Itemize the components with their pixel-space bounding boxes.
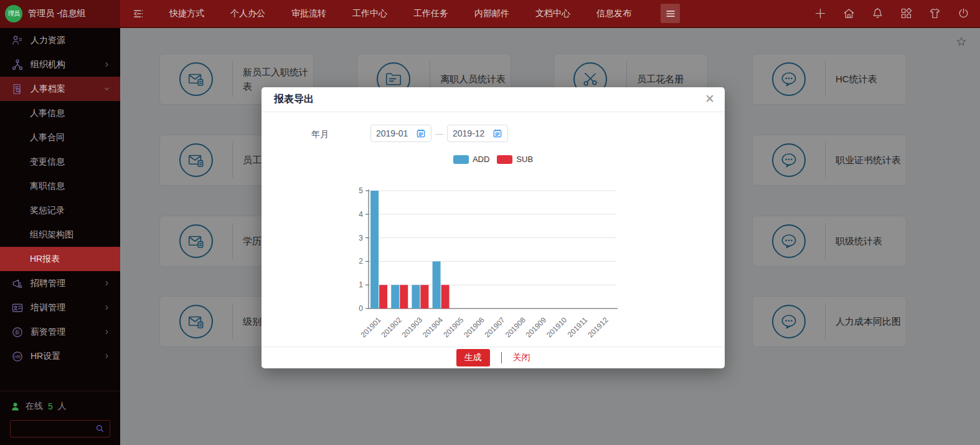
x-axis-label: 201909 xyxy=(524,315,548,339)
date-from-input[interactable]: 2019-01 xyxy=(370,125,431,142)
sidebar-item-人事档案[interactable]: 人事档案 xyxy=(0,77,120,101)
modal-close-icon[interactable]: ✕ xyxy=(705,93,715,105)
more-menu-button[interactable] xyxy=(661,4,680,23)
calendar-icon[interactable] xyxy=(416,128,426,138)
grid-icon xyxy=(900,7,913,20)
calendar-icon xyxy=(416,128,426,138)
org-icon xyxy=(11,59,24,71)
sidebar-item-label: 人力资源 xyxy=(31,35,110,46)
sidebar-item-label: 人事档案 xyxy=(31,84,103,95)
sidebar-item-组织机构[interactable]: 组织机构 xyxy=(0,52,120,77)
nav-item-内部邮件[interactable]: 内部邮件 xyxy=(461,0,522,27)
sidebar-item-label: 奖惩记录 xyxy=(30,205,110,216)
home-button[interactable] xyxy=(842,7,855,20)
nav-item-个人办公[interactable]: 个人办公 xyxy=(217,0,278,27)
plus-button[interactable] xyxy=(814,7,827,20)
chevron-right-icon xyxy=(103,280,110,287)
sidebar-item-label: 组织架构图 xyxy=(30,229,110,241)
generate-button[interactable]: 生成 xyxy=(456,349,490,366)
x-axis-label: 201905 xyxy=(441,315,465,339)
online-count: 5 xyxy=(48,401,53,411)
sidebar-item-label: 培训管理 xyxy=(31,302,103,313)
x-axis-label: 201912 xyxy=(586,315,610,339)
sidebar-bottom: 在线 5 人 xyxy=(0,391,120,445)
x-axis-label: 201904 xyxy=(421,315,445,339)
sidebar-item-label: 薪资管理 xyxy=(31,327,103,338)
nav-item-信息发布[interactable]: 信息发布 xyxy=(583,0,644,27)
power-icon xyxy=(957,7,970,20)
date-range-row: 2019-01 — 2019-12 xyxy=(370,125,508,142)
topbar-user-area[interactable]: 理员 管理员 -信息组 xyxy=(0,0,120,27)
svg-text:1: 1 xyxy=(359,280,363,289)
sidebar-item-label: HR报表 xyxy=(30,254,110,265)
x-axis-label: 201903 xyxy=(400,315,424,339)
calendar-icon[interactable] xyxy=(492,128,502,138)
sidebar-collapse-button[interactable] xyxy=(120,7,156,21)
nav-item-审批流转[interactable]: 审批流转 xyxy=(278,0,339,27)
power-button[interactable] xyxy=(957,7,970,20)
sidebar-item-培训管理[interactable]: 培训管理 xyxy=(0,295,120,320)
modal-footer: 生成 关闭 xyxy=(261,347,725,368)
svg-text:HR: HR xyxy=(14,354,21,359)
online-user-icon xyxy=(10,401,21,412)
sidebar-item-人力资源[interactable]: 人力资源 xyxy=(0,28,120,52)
nav-item-文档中心[interactable]: 文档中心 xyxy=(522,0,583,27)
x-axis-label: 201911 xyxy=(566,315,590,339)
chevron-right-icon xyxy=(103,304,110,311)
sidebar-item-label: 离职信息 xyxy=(30,181,110,192)
salary-icon: 薪 xyxy=(11,326,24,338)
person-icon xyxy=(11,34,24,47)
sidebar-item-奖惩记录[interactable]: 奖惩记录 xyxy=(0,198,120,222)
close-button[interactable]: 关闭 xyxy=(513,352,530,363)
avatar[interactable]: 理员 xyxy=(5,5,22,22)
footer-divider xyxy=(501,352,502,363)
sidebar-item-招聘管理[interactable]: 招聘管理 xyxy=(0,271,120,295)
bell-button[interactable] xyxy=(871,7,884,20)
search-icon[interactable] xyxy=(95,423,105,434)
bell-icon xyxy=(871,7,884,20)
svg-text:0: 0 xyxy=(359,304,363,313)
chart-legend: ADDSUB xyxy=(261,155,725,164)
x-axis-label: 201906 xyxy=(462,315,486,339)
month-range-label: 年月 xyxy=(311,129,329,140)
online-label: 在线 xyxy=(26,401,43,412)
grid-button[interactable] xyxy=(900,7,913,20)
sidebar-item-HR设置[interactable]: HRHR设置 xyxy=(0,344,120,368)
x-axis-label: 201901 xyxy=(359,315,382,339)
sidebar-item-label: 变更信息 xyxy=(30,156,110,168)
topbar-nav: 快捷方式个人办公审批流转工作中心工作任务内部邮件文档中心信息发布 xyxy=(156,0,644,27)
sidebar-menu: 人力资源组织机构人事档案人事信息人事合同变更信息离职信息奖惩记录组织架构图HR报… xyxy=(0,28,120,368)
nav-item-工作任务[interactable]: 工作任务 xyxy=(400,0,461,27)
chevron-down-icon xyxy=(103,85,110,92)
svg-text:薪: 薪 xyxy=(15,329,21,335)
legend-item-SUB[interactable]: SUB xyxy=(497,155,533,164)
online-user-icon xyxy=(10,401,21,412)
idcard-icon xyxy=(11,302,24,314)
modal-title: 报表导出 xyxy=(274,93,314,106)
sidebar-item-薪资管理[interactable]: 薪薪资管理 xyxy=(0,320,120,344)
search-icon xyxy=(95,423,105,434)
date-to-value: 2019-12 xyxy=(453,128,484,138)
legend-swatch xyxy=(497,155,512,164)
nav-item-快捷方式[interactable]: 快捷方式 xyxy=(156,0,217,27)
sidebar-item-HR报表[interactable]: HR报表 xyxy=(0,247,120,271)
shirt-button[interactable] xyxy=(928,7,941,20)
online-unit: 人 xyxy=(58,401,67,412)
sidebar-item-label: 人事信息 xyxy=(30,108,110,119)
hr-settings-icon: HR xyxy=(11,350,24,363)
nav-item-工作中心[interactable]: 工作中心 xyxy=(339,0,400,27)
sidebar-item-组织架构图[interactable]: 组织架构图 xyxy=(0,222,120,247)
legend-swatch xyxy=(453,155,469,164)
svg-text:3: 3 xyxy=(359,234,363,242)
date-to-input[interactable]: 2019-12 xyxy=(447,125,508,142)
svg-text:4: 4 xyxy=(359,210,363,219)
hr-app: { "topbar": { "avatar_text": "理员", "user… xyxy=(0,0,980,445)
chevron-right-icon xyxy=(103,328,110,335)
legend-item-ADD[interactable]: ADD xyxy=(453,155,489,164)
sidebar-item-离职信息[interactable]: 离职信息 xyxy=(0,174,120,198)
archive-icon xyxy=(11,83,24,95)
sidebar-item-变更信息[interactable]: 变更信息 xyxy=(0,150,120,174)
report-export-modal: 报表导出 ✕ 年月 2019-01 — 2019-12 ADDSUB 01234… xyxy=(261,87,725,368)
sidebar-item-人事合同[interactable]: 人事合同 xyxy=(0,125,120,150)
sidebar-item-人事信息[interactable]: 人事信息 xyxy=(0,101,120,125)
